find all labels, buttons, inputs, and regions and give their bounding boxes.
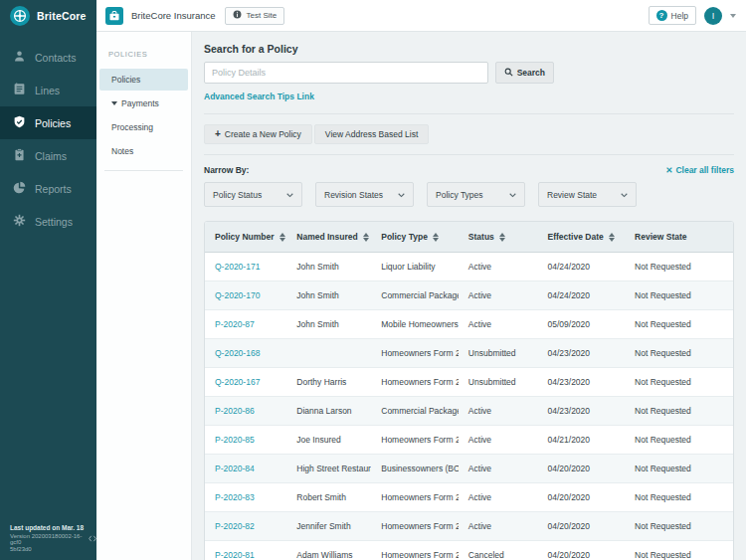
sidebar-footer: Last updated on Mar. 18 Version 20200318…	[10, 524, 96, 552]
status-cell: Active	[459, 455, 538, 483]
avatar-menu-chevron-down-icon[interactable]	[730, 14, 736, 18]
contacts-icon	[13, 50, 26, 65]
subnav-header: POLICIES	[96, 50, 191, 69]
policy-number-cell: P-2020-87	[205, 310, 286, 339]
status-cell: Active	[459, 397, 538, 426]
policy-number-link[interactable]: P-2020-84	[215, 464, 255, 473]
sort-icon[interactable]	[609, 233, 615, 242]
policy-number-link[interactable]: Q-2020-170	[215, 290, 260, 300]
subnav-item-payments[interactable]: Payments	[99, 93, 188, 114]
policy-number-link[interactable]: Q-2020-168	[215, 348, 260, 358]
sidebar-item-policies[interactable]: Policies	[0, 106, 96, 139]
view-address-list-button[interactable]: View Address Based List	[314, 124, 429, 144]
subnav-item-policies[interactable]: Policies	[99, 69, 188, 91]
review-state-cell: Not Requested	[625, 339, 733, 368]
policy-number-cell: Q-2020-168	[205, 339, 286, 368]
effective-date-cell: 04/20/2020	[538, 541, 626, 560]
effective-date-cell: 04/24/2020	[538, 281, 626, 310]
column-header-named-insured[interactable]: Named Insured	[286, 222, 371, 253]
sidebar-item-reports[interactable]: Reports	[0, 172, 96, 205]
test-site-badge: Test Site	[225, 7, 284, 25]
column-header-status[interactable]: Status	[459, 222, 538, 253]
named-insured-cell: John Smith	[286, 310, 371, 339]
pie-chart-icon	[13, 181, 26, 196]
policy-types-dropdown[interactable]: Policy Types	[427, 182, 525, 207]
review-state-cell: Not Requested	[625, 281, 733, 310]
policy-search-input[interactable]	[204, 62, 488, 84]
named-insured-cell: Joe Insured	[286, 426, 371, 455]
table-row: P-2020-82Jennifer SmithHomeowners Form 2…	[205, 512, 733, 541]
subnav-item-notes[interactable]: Notes	[99, 140, 188, 162]
subnav-divider	[104, 170, 183, 171]
search-button[interactable]: Search	[495, 62, 554, 84]
policy-number-cell: Q-2020-170	[205, 281, 286, 310]
avatar[interactable]: I	[704, 7, 722, 25]
advanced-search-tips-link[interactable]: Advanced Search Tips Link	[204, 92, 314, 101]
policy-number-link[interactable]: P-2020-82	[215, 521, 255, 531]
primary-nav: Contacts Lines Policies Claims Reports S…	[0, 41, 96, 238]
review-state-cell: Not Requested	[625, 253, 733, 281]
question-icon: ?	[656, 10, 667, 21]
policy-number-cell: P-2020-86	[205, 397, 286, 426]
column-header-policy-type[interactable]: Policy Type	[371, 222, 459, 253]
review-state-cell: Not Requested	[625, 368, 733, 397]
table-row: P-2020-87John SmithMobile Homeowners For…	[205, 310, 733, 339]
review-state-cell: Not Requested	[625, 455, 733, 483]
brand[interactable]: BriteCore	[0, 0, 96, 32]
policy-number-link[interactable]: P-2020-87	[215, 319, 255, 329]
review-state-cell: Not Requested	[625, 310, 733, 339]
effective-date-cell: 04/20/2020	[538, 512, 626, 541]
column-header-policy-number[interactable]: Policy Number	[205, 222, 286, 253]
sort-icon[interactable]	[363, 233, 369, 242]
last-updated-text: Last updated on Mar. 18	[10, 524, 96, 531]
review-state-cell: Not Requested	[625, 426, 733, 455]
sort-icon[interactable]	[433, 233, 439, 242]
caret-down-icon	[111, 101, 117, 105]
sidebar-item-claims[interactable]: Claims	[0, 139, 96, 172]
sidebar-item-contacts[interactable]: Contacts	[0, 41, 96, 74]
policy-number-link[interactable]: Q-2020-167	[215, 377, 260, 387]
policy-type-cell: Homeowners Form 2	[371, 339, 459, 368]
policy-number-link[interactable]: Q-2020-171	[215, 262, 260, 272]
policy-number-link[interactable]: P-2020-81	[215, 550, 255, 560]
column-header-effective-date[interactable]: Effective Date	[538, 222, 626, 253]
policy-number-cell: Q-2020-171	[205, 253, 286, 281]
policy-table-header-row: Policy NumberNamed InsuredPolicy TypeSta…	[205, 222, 733, 253]
revision-states-dropdown[interactable]: Revision States	[315, 182, 414, 207]
create-policy-button[interactable]: + Create a New Policy	[204, 124, 312, 144]
dropdown-value: Policy Status	[213, 190, 262, 200]
review-state-dropdown[interactable]: Review State	[538, 182, 637, 207]
help-button[interactable]: ? Help	[649, 6, 696, 25]
table-row: Q-2020-170John SmithCommercial PackageAc…	[205, 281, 733, 310]
plus-icon: +	[215, 129, 221, 139]
policy-type-cell: Liquor Liability	[371, 253, 459, 281]
code-brackets-icon[interactable]	[89, 535, 96, 543]
sidebar-item-settings[interactable]: Settings	[0, 205, 96, 238]
status-cell: Active	[459, 426, 538, 455]
subnav-item-label: Notes	[111, 146, 133, 156]
sort-icon[interactable]	[499, 233, 505, 242]
policy-number-link[interactable]: P-2020-83	[215, 492, 255, 502]
policy-status-dropdown[interactable]: Policy Status	[204, 182, 302, 207]
brand-name: BriteCore	[37, 10, 87, 22]
sort-icon[interactable]	[280, 233, 285, 242]
info-icon	[233, 10, 242, 21]
table-row: P-2020-81Adam WilliamsHomeowners Form 2C…	[205, 541, 733, 560]
status-cell: Active	[459, 281, 538, 310]
column-label: Effective Date	[548, 232, 604, 242]
clear-all-filters-link[interactable]: ✕ Clear all filters	[665, 165, 734, 175]
sidebar-item-lines[interactable]: Lines	[0, 74, 96, 106]
sidebar-item-label: Reports	[35, 183, 72, 195]
effective-date-cell: 04/21/2020	[538, 426, 626, 455]
policy-type-cell: Homeowners Form 2	[371, 368, 459, 397]
policy-number-link[interactable]: P-2020-86	[215, 406, 255, 416]
avatar-initial: I	[712, 11, 715, 21]
subnav-item-processing[interactable]: Processing	[99, 116, 188, 138]
narrow-by-label: Narrow By:	[204, 165, 249, 175]
policy-number-cell: P-2020-83	[205, 483, 286, 512]
column-label: Status	[468, 232, 494, 242]
table-row: Q-2020-171John SmithLiquor LiabilityActi…	[205, 253, 733, 281]
policy-number-link[interactable]: P-2020-85	[215, 435, 255, 445]
review-state-cell: Not Requested	[625, 397, 733, 426]
org-name[interactable]: BriteCore Insurance	[131, 10, 215, 21]
